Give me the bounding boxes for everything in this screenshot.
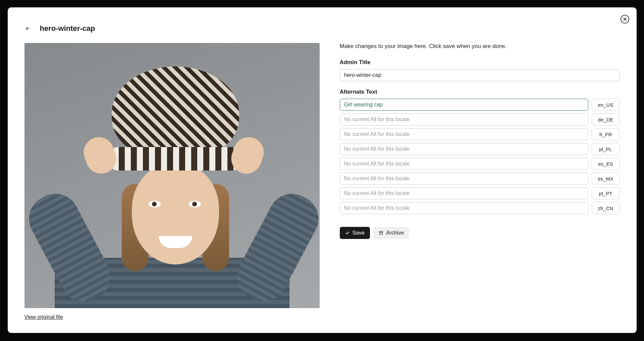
view-original-link[interactable]: View original file xyxy=(24,314,63,320)
alt-text-row: pt_PT xyxy=(340,187,620,199)
alt-text-input-en_US[interactable] xyxy=(340,99,588,111)
alt-text-row: es_ES xyxy=(340,158,620,170)
alt-text-input-es_MX[interactable] xyxy=(340,173,588,185)
alt-text-input-fr_FR[interactable] xyxy=(340,128,588,140)
alt-text-input-pl_PL[interactable] xyxy=(340,143,588,155)
back-arrow-icon[interactable] xyxy=(24,26,30,31)
image-column: View original file xyxy=(24,43,320,323)
save-button[interactable]: Save xyxy=(340,227,370,239)
alt-text-row: es_MX xyxy=(340,173,620,185)
locale-badge: en_US xyxy=(592,99,620,111)
close-button[interactable] xyxy=(621,15,629,23)
admin-title-group: Admin Title xyxy=(340,59,620,81)
locale-badge: pt_PT xyxy=(592,187,620,199)
alt-text-row: pl_PL xyxy=(340,143,620,155)
locale-badge: fr_FR xyxy=(592,128,620,140)
alt-text-row: fr_FR xyxy=(340,128,620,140)
modal-title: hero-winter-cap xyxy=(40,24,95,33)
alt-text-label: Alternate Text xyxy=(340,89,620,95)
alt-text-row: en_US xyxy=(340,99,620,111)
admin-title-label: Admin Title xyxy=(340,59,620,66)
locale-badge: zh_CN xyxy=(592,202,620,214)
save-button-label: Save xyxy=(353,230,365,236)
check-icon xyxy=(345,231,350,235)
button-row: Save Archive xyxy=(340,227,620,239)
svg-rect-1 xyxy=(380,232,382,234)
alt-text-input-zh_CN[interactable] xyxy=(340,202,588,214)
archive-icon xyxy=(379,231,383,235)
alt-text-input-de_DE[interactable] xyxy=(340,113,588,126)
admin-title-input[interactable] xyxy=(340,69,620,81)
alt-text-row: de_DE xyxy=(340,113,620,126)
alt-text-input-es_ES[interactable] xyxy=(340,158,588,170)
locale-badge: es_MX xyxy=(592,173,620,185)
locale-badge: pl_PL xyxy=(592,143,620,155)
modal-header: hero-winter-cap xyxy=(24,24,620,33)
archive-button-label: Archive xyxy=(386,230,404,236)
image-preview xyxy=(24,43,320,308)
alt-text-row: zh_CN xyxy=(340,202,620,214)
modal-body: View original file Make changes to your … xyxy=(24,43,620,323)
locale-badge: es_ES xyxy=(592,158,620,170)
form-column: Make changes to your image here. Click s… xyxy=(340,43,620,323)
modal-overlay: hero-winter-cap xyxy=(0,0,644,341)
alt-text-group: Alternate Text en_USde_DEfr_FRpl_PLes_ES… xyxy=(340,89,620,217)
image-edit-modal: hero-winter-cap xyxy=(8,7,637,333)
archive-button[interactable]: Archive xyxy=(373,227,409,239)
locale-badge: de_DE xyxy=(592,113,620,126)
alt-text-input-pt_PT[interactable] xyxy=(340,187,588,199)
help-text: Make changes to your image here. Click s… xyxy=(340,43,620,50)
